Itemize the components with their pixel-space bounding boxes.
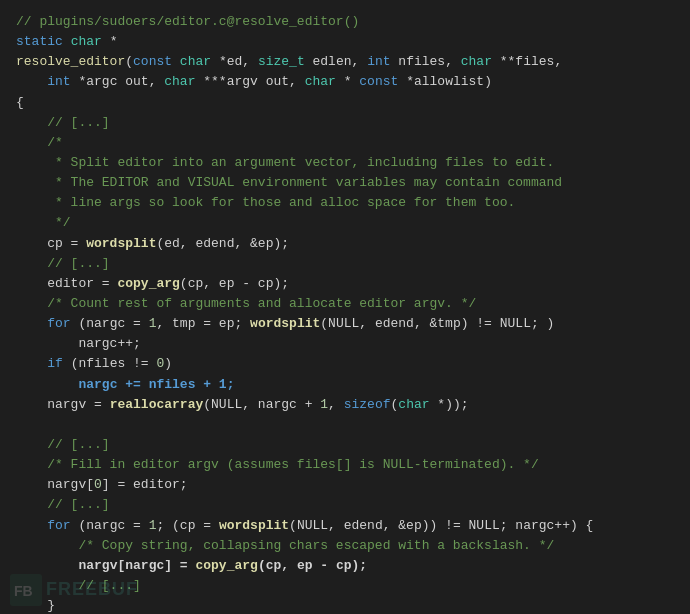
code-container: // plugins/sudoers/editor.c@resolve_edit… bbox=[0, 0, 690, 614]
code-line-23: /* Fill in editor argv (assumes files[] … bbox=[16, 455, 674, 475]
code-line-24: nargv[0] = editor; bbox=[16, 475, 674, 495]
code-line-29: // [...] bbox=[16, 576, 674, 596]
code-line-12: cp = wordsplit(ed, edend, &ep); bbox=[16, 234, 674, 254]
code-line-15: /* Count rest of arguments and allocate … bbox=[16, 294, 674, 314]
code-line-8: * Split editor into an argument vector, … bbox=[16, 153, 674, 173]
code-line-17: nargc++; bbox=[16, 334, 674, 354]
code-line-4: int *argc out, char ***argv out, char * … bbox=[16, 72, 674, 92]
code-line-10: * line args so look for those and alloc … bbox=[16, 193, 674, 213]
code-line-6: // [...] bbox=[16, 113, 674, 133]
code-line-25: // [...] bbox=[16, 495, 674, 515]
code-line-21 bbox=[16, 415, 674, 435]
code-line-16: for (nargc = 1, tmp = ep; wordsplit(NULL… bbox=[16, 314, 674, 334]
code-line-7: /* bbox=[16, 133, 674, 153]
code-line-14: editor = copy_arg(cp, ep - cp); bbox=[16, 274, 674, 294]
code-line-1: // plugins/sudoers/editor.c@resolve_edit… bbox=[16, 12, 674, 32]
code-line-27: /* Copy string, collapsing chars escaped… bbox=[16, 536, 674, 556]
code-line-30: } bbox=[16, 596, 674, 614]
code-line-5: { bbox=[16, 93, 674, 113]
code-line-13: // [...] bbox=[16, 254, 674, 274]
code-line-3: resolve_editor(const char *ed, size_t ed… bbox=[16, 52, 674, 72]
code-line-28: nargv[nargc] = copy_arg(cp, ep - cp); bbox=[16, 556, 674, 576]
code-line-22: // [...] bbox=[16, 435, 674, 455]
code-line-19: nargc += nfiles + 1; bbox=[16, 375, 674, 395]
code-line-9: * The EDITOR and VISUAL environment vari… bbox=[16, 173, 674, 193]
code-line-18: if (nfiles != 0) bbox=[16, 354, 674, 374]
code-line-2: static char * bbox=[16, 32, 674, 52]
code-line-20: nargv = reallocarray(NULL, nargc + 1, si… bbox=[16, 395, 674, 415]
code-line-11: */ bbox=[16, 213, 674, 233]
code-line-26: for (nargc = 1; (cp = wordsplit(NULL, ed… bbox=[16, 516, 674, 536]
